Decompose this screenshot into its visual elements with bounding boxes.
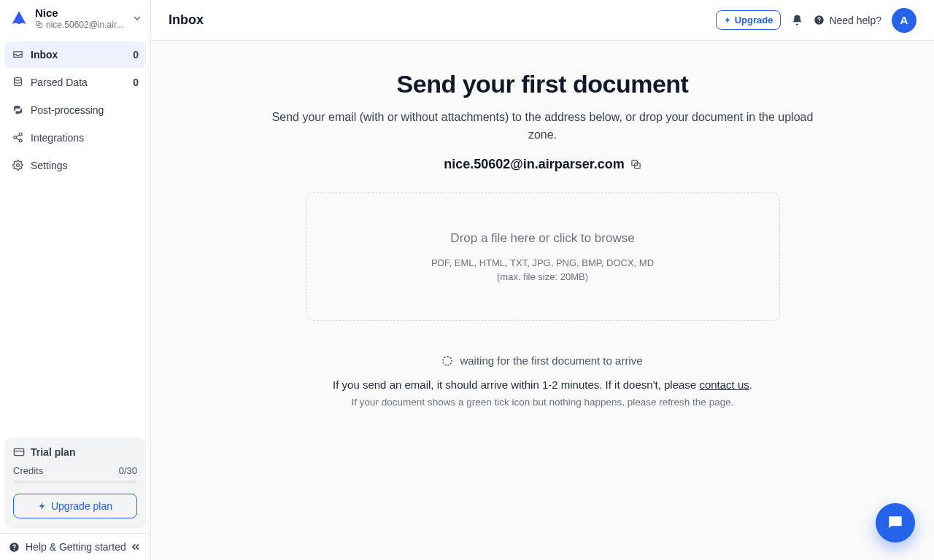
workspace-email-text: nice.50602@in.air... bbox=[46, 20, 123, 30]
gear-icon bbox=[12, 160, 23, 171]
sidebar-item-integrations[interactable]: Integrations bbox=[4, 125, 146, 151]
hero-heading: Send your first document bbox=[266, 70, 820, 98]
upgrade-plan-button[interactable]: Upgrade plan bbox=[13, 494, 137, 518]
dropzone-max: (max. file size: 20MB) bbox=[321, 271, 765, 282]
svg-point-3 bbox=[19, 133, 22, 136]
dropzone-formats: PDF, EML, HTML, TXT, JPG, PNG, BMP, DOCX… bbox=[321, 257, 765, 268]
plan-card: Trial plan Credits 0/30 Upgrade plan bbox=[4, 438, 146, 529]
dropzone-title: Drop a file here or click to browse bbox=[321, 231, 765, 246]
sidebar-item-post-processing[interactable]: Post-processing bbox=[4, 97, 146, 123]
sidebar-item-label: Parsed Data bbox=[31, 77, 126, 88]
inbox-icon bbox=[12, 49, 23, 60]
help-label: Help & Getting started bbox=[26, 541, 126, 553]
page-title: Inbox bbox=[169, 12, 204, 28]
bolt-icon bbox=[724, 16, 732, 24]
help-circle-icon bbox=[814, 15, 825, 26]
workspace-email: nice.50602@in.air... bbox=[35, 20, 126, 30]
svg-point-4 bbox=[13, 136, 16, 139]
spinner-icon bbox=[442, 356, 452, 366]
chevron-down-icon bbox=[131, 12, 143, 24]
avatar-initial: A bbox=[900, 14, 908, 26]
need-help-button[interactable]: Need help? bbox=[814, 15, 881, 26]
workspace-switcher[interactable]: Nice nice.50602@in.air... bbox=[0, 0, 150, 37]
need-help-label: Need help? bbox=[829, 15, 881, 26]
help-circle-icon bbox=[9, 542, 20, 553]
credit-card-icon bbox=[13, 446, 25, 458]
sidebar-item-count: 0 bbox=[133, 49, 139, 61]
chat-icon bbox=[886, 513, 905, 532]
inbox-email: nice.50602@in.airparser.com bbox=[444, 157, 625, 172]
app-logo bbox=[9, 8, 29, 28]
upgrade-label: Upgrade bbox=[735, 15, 773, 26]
sidebar-item-label: Inbox bbox=[31, 49, 126, 61]
sidebar: Nice nice.50602@in.air... Inbox 0 bbox=[0, 0, 151, 560]
sidebar-item-label: Post-processing bbox=[31, 104, 139, 116]
sidebar-item-settings[interactable]: Settings bbox=[4, 152, 146, 179]
sidebar-item-parsed-data[interactable]: Parsed Data 0 bbox=[4, 69, 146, 96]
plan-title: Trial plan bbox=[31, 446, 75, 458]
svg-line-7 bbox=[16, 138, 19, 140]
copy-email-button[interactable] bbox=[630, 159, 641, 170]
svg-point-14 bbox=[819, 22, 820, 23]
sidebar-item-inbox[interactable]: Inbox 0 bbox=[4, 42, 146, 68]
sidebar-item-label: Settings bbox=[31, 160, 139, 171]
python-icon bbox=[12, 104, 23, 115]
collapse-icon[interactable] bbox=[130, 541, 142, 553]
share-icon bbox=[12, 132, 23, 143]
waiting-text: waiting for the first document to arrive bbox=[460, 354, 642, 367]
contact-us-link[interactable]: contact us bbox=[699, 378, 749, 391]
svg-point-5 bbox=[19, 139, 22, 142]
svg-point-8 bbox=[16, 164, 19, 167]
svg-point-2 bbox=[14, 77, 21, 80]
hint-text-b: . bbox=[749, 378, 752, 391]
upgrade-plan-label: Upgrade plan bbox=[51, 500, 112, 512]
svg-point-12 bbox=[14, 548, 15, 550]
database-icon bbox=[12, 77, 23, 88]
chat-widget-button[interactable] bbox=[876, 503, 915, 542]
credits-value: 0/30 bbox=[119, 465, 137, 476]
hero-sub: Send your email (with or without attachm… bbox=[266, 109, 820, 144]
hint-email-delay: If you send an email, it should arrive w… bbox=[266, 378, 820, 391]
credits-progress-bar bbox=[13, 481, 137, 483]
topbar: Inbox Upgrade Need help? bbox=[151, 0, 934, 41]
upgrade-button[interactable]: Upgrade bbox=[716, 10, 781, 30]
sidebar-item-count: 0 bbox=[133, 77, 139, 88]
avatar[interactable]: A bbox=[892, 8, 916, 33]
svg-line-6 bbox=[16, 135, 19, 137]
bell-icon[interactable] bbox=[791, 14, 803, 26]
sidebar-item-label: Integrations bbox=[31, 132, 139, 144]
hint-text-a: If you send an email, it should arrive w… bbox=[333, 378, 699, 391]
workspace-name: Nice bbox=[35, 7, 126, 20]
credits-label: Credits bbox=[13, 465, 43, 476]
help-getting-started[interactable]: Help & Getting started bbox=[0, 533, 150, 560]
upload-dropzone[interactable]: Drop a file here or click to browse PDF,… bbox=[306, 192, 780, 321]
copy-icon bbox=[35, 20, 43, 28]
bolt-icon bbox=[38, 502, 47, 510]
svg-rect-9 bbox=[14, 448, 23, 455]
hint-refresh: If your document shows a green tick icon… bbox=[266, 397, 820, 408]
